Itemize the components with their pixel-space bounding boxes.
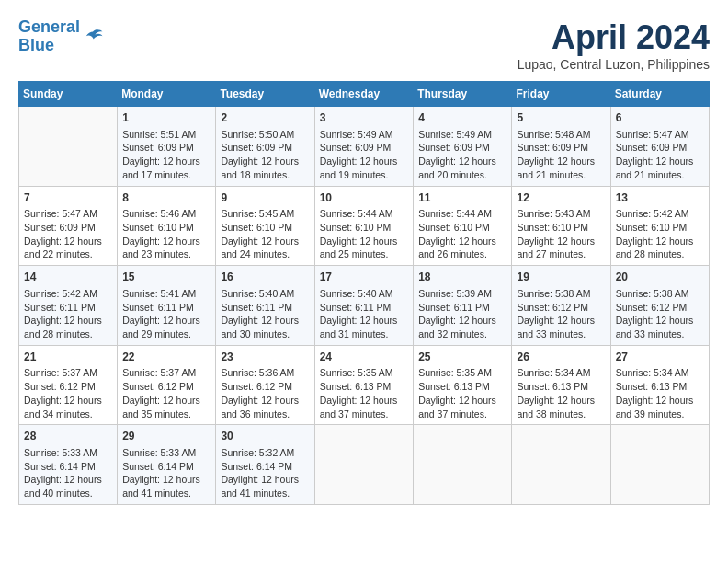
day-number: 21 (24, 350, 112, 365)
calendar-cell: 25Sunrise: 5:35 AM Sunset: 6:13 PM Dayli… (414, 345, 512, 425)
logo: GeneralBlue (18, 18, 104, 55)
day-number: 17 (320, 270, 409, 285)
calendar-cell: 27Sunrise: 5:34 AM Sunset: 6:13 PM Dayli… (610, 345, 709, 425)
day-number: 25 (418, 350, 506, 365)
day-number: 22 (122, 350, 210, 365)
day-number: 15 (122, 270, 210, 285)
header-friday: Friday (512, 82, 610, 107)
day-info: Sunrise: 5:38 AM Sunset: 6:12 PM Dayligh… (616, 287, 704, 341)
day-info: Sunrise: 5:37 AM Sunset: 6:12 PM Dayligh… (24, 366, 112, 420)
day-info: Sunrise: 5:50 AM Sunset: 6:09 PM Dayligh… (221, 128, 309, 182)
location-text: Lupao, Central Luzon, Philippines (518, 57, 710, 72)
day-info: Sunrise: 5:44 AM Sunset: 6:10 PM Dayligh… (320, 207, 409, 261)
day-number: 26 (517, 350, 605, 365)
day-number: 12 (517, 190, 605, 206)
header-sunday: Sunday (19, 82, 118, 107)
calendar-week-row: 1Sunrise: 5:51 AM Sunset: 6:09 PM Daylig… (19, 107, 710, 187)
title-block: April 2024 Lupao, Central Luzon, Philipp… (518, 18, 710, 72)
day-number: 16 (221, 270, 309, 285)
calendar-cell: 24Sunrise: 5:35 AM Sunset: 6:13 PM Dayli… (314, 345, 414, 425)
calendar-cell (414, 425, 512, 505)
calendar-cell: 30Sunrise: 5:32 AM Sunset: 6:14 PM Dayli… (216, 425, 314, 505)
day-info: Sunrise: 5:35 AM Sunset: 6:13 PM Dayligh… (418, 366, 506, 420)
calendar-cell: 19Sunrise: 5:38 AM Sunset: 6:12 PM Dayli… (512, 266, 610, 346)
calendar-cell: 1Sunrise: 5:51 AM Sunset: 6:09 PM Daylig… (118, 107, 216, 187)
calendar-table: SundayMondayTuesdayWednesdayThursdayFrid… (18, 81, 710, 505)
day-info: Sunrise: 5:51 AM Sunset: 6:09 PM Dayligh… (122, 128, 210, 182)
header-tuesday: Tuesday (216, 82, 314, 107)
calendar-header-row: SundayMondayTuesdayWednesdayThursdayFrid… (19, 82, 710, 107)
day-number: 9 (221, 190, 309, 206)
day-info: Sunrise: 5:34 AM Sunset: 6:13 PM Dayligh… (517, 366, 605, 420)
calendar-week-row: 28Sunrise: 5:33 AM Sunset: 6:14 PM Dayli… (19, 425, 710, 505)
header-monday: Monday (118, 82, 216, 107)
day-info: Sunrise: 5:33 AM Sunset: 6:14 PM Dayligh… (24, 446, 112, 500)
calendar-cell: 11Sunrise: 5:44 AM Sunset: 6:10 PM Dayli… (414, 186, 512, 266)
day-info: Sunrise: 5:42 AM Sunset: 6:11 PM Dayligh… (24, 287, 112, 341)
day-info: Sunrise: 5:35 AM Sunset: 6:13 PM Dayligh… (320, 366, 409, 420)
calendar-cell: 4Sunrise: 5:49 AM Sunset: 6:09 PM Daylig… (414, 107, 512, 187)
calendar-cell: 23Sunrise: 5:36 AM Sunset: 6:12 PM Dayli… (216, 345, 314, 425)
day-number: 7 (24, 190, 112, 206)
day-info: Sunrise: 5:47 AM Sunset: 6:09 PM Dayligh… (24, 207, 112, 261)
day-number: 4 (418, 110, 506, 126)
day-number: 27 (616, 350, 704, 365)
calendar-cell (512, 425, 610, 505)
calendar-cell: 20Sunrise: 5:38 AM Sunset: 6:12 PM Dayli… (610, 266, 709, 346)
day-number: 11 (418, 190, 506, 206)
day-info: Sunrise: 5:38 AM Sunset: 6:12 PM Dayligh… (517, 287, 605, 341)
calendar-cell: 26Sunrise: 5:34 AM Sunset: 6:13 PM Dayli… (512, 345, 610, 425)
calendar-cell: 16Sunrise: 5:40 AM Sunset: 6:11 PM Dayli… (216, 266, 314, 346)
calendar-week-row: 7Sunrise: 5:47 AM Sunset: 6:09 PM Daylig… (19, 186, 710, 266)
day-info: Sunrise: 5:47 AM Sunset: 6:09 PM Dayligh… (616, 128, 704, 182)
calendar-cell: 28Sunrise: 5:33 AM Sunset: 6:14 PM Dayli… (19, 425, 118, 505)
calendar-week-row: 21Sunrise: 5:37 AM Sunset: 6:12 PM Dayli… (19, 345, 710, 425)
calendar-cell: 6Sunrise: 5:47 AM Sunset: 6:09 PM Daylig… (610, 107, 709, 187)
page-header: GeneralBlue April 2024 Lupao, Central Lu… (18, 18, 710, 72)
calendar-cell: 18Sunrise: 5:39 AM Sunset: 6:11 PM Dayli… (414, 266, 512, 346)
day-number: 8 (122, 190, 210, 206)
day-info: Sunrise: 5:33 AM Sunset: 6:14 PM Dayligh… (122, 446, 210, 500)
day-info: Sunrise: 5:44 AM Sunset: 6:10 PM Dayligh… (418, 207, 506, 261)
day-number: 19 (517, 270, 605, 285)
day-info: Sunrise: 5:41 AM Sunset: 6:11 PM Dayligh… (122, 287, 210, 341)
calendar-cell: 17Sunrise: 5:40 AM Sunset: 6:11 PM Dayli… (314, 266, 414, 346)
month-title: April 2024 (518, 18, 710, 57)
logo-text: GeneralBlue (18, 18, 80, 55)
day-info: Sunrise: 5:37 AM Sunset: 6:12 PM Dayligh… (122, 366, 210, 420)
day-number: 10 (320, 190, 409, 206)
header-thursday: Thursday (414, 82, 512, 107)
day-info: Sunrise: 5:49 AM Sunset: 6:09 PM Dayligh… (320, 128, 409, 182)
calendar-cell: 22Sunrise: 5:37 AM Sunset: 6:12 PM Dayli… (118, 345, 216, 425)
day-info: Sunrise: 5:40 AM Sunset: 6:11 PM Dayligh… (221, 287, 309, 341)
calendar-cell: 13Sunrise: 5:42 AM Sunset: 6:10 PM Dayli… (610, 186, 709, 266)
day-number: 2 (221, 110, 309, 126)
day-info: Sunrise: 5:39 AM Sunset: 6:11 PM Dayligh… (418, 287, 506, 341)
day-number: 13 (616, 190, 704, 206)
day-info: Sunrise: 5:49 AM Sunset: 6:09 PM Dayligh… (418, 128, 506, 182)
day-number: 30 (221, 429, 309, 444)
day-number: 14 (24, 270, 112, 285)
day-info: Sunrise: 5:32 AM Sunset: 6:14 PM Dayligh… (221, 446, 309, 500)
calendar-cell: 9Sunrise: 5:45 AM Sunset: 6:10 PM Daylig… (216, 186, 314, 266)
day-info: Sunrise: 5:43 AM Sunset: 6:10 PM Dayligh… (517, 207, 605, 261)
calendar-cell: 10Sunrise: 5:44 AM Sunset: 6:10 PM Dayli… (314, 186, 414, 266)
calendar-cell (19, 107, 118, 187)
logo-bird-icon (82, 26, 104, 48)
calendar-cell: 2Sunrise: 5:50 AM Sunset: 6:09 PM Daylig… (216, 107, 314, 187)
day-number: 18 (418, 270, 506, 285)
calendar-cell: 12Sunrise: 5:43 AM Sunset: 6:10 PM Dayli… (512, 186, 610, 266)
calendar-cell: 5Sunrise: 5:48 AM Sunset: 6:09 PM Daylig… (512, 107, 610, 187)
day-info: Sunrise: 5:36 AM Sunset: 6:12 PM Dayligh… (221, 366, 309, 420)
calendar-cell: 14Sunrise: 5:42 AM Sunset: 6:11 PM Dayli… (19, 266, 118, 346)
day-number: 6 (616, 110, 704, 126)
day-number: 3 (320, 110, 409, 126)
day-info: Sunrise: 5:46 AM Sunset: 6:10 PM Dayligh… (122, 207, 210, 261)
calendar-cell (314, 425, 414, 505)
day-number: 1 (122, 110, 210, 126)
day-number: 20 (616, 270, 704, 285)
day-info: Sunrise: 5:48 AM Sunset: 6:09 PM Dayligh… (517, 128, 605, 182)
calendar-cell: 29Sunrise: 5:33 AM Sunset: 6:14 PM Dayli… (118, 425, 216, 505)
header-wednesday: Wednesday (314, 82, 414, 107)
day-number: 24 (320, 350, 409, 365)
